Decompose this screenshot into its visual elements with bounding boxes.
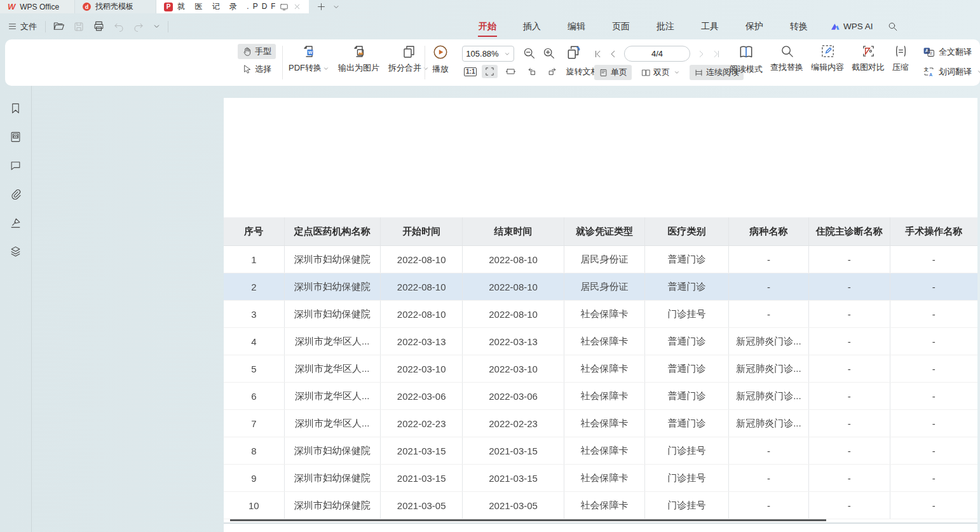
table-cell: - [890,437,977,464]
menu-tools[interactable]: 工具 [688,13,732,39]
full-translate-button[interactable]: A文 全文翻译 [923,46,972,58]
table-cell: 10 [224,492,285,519]
file-menu-button[interactable]: 文件 [5,18,39,35]
edit-content-button[interactable]: 编辑内容 [811,44,844,73]
table-cell: 深圳市龙华区人... [285,355,381,382]
double-page-label: 双页 [653,67,670,78]
attachments-icon[interactable] [8,187,23,201]
menu-bar: 文件 开始 插入 编辑 页面 批注 工具 保护 转换 [0,13,980,39]
table-cell: - [729,437,809,464]
tab-document[interactable]: P 就 医 记 录 .PDF [156,0,309,13]
menu-protect[interactable]: 保护 [732,13,777,39]
column-header: 就诊凭证类型 [564,217,645,245]
menu-wps-ai[interactable]: WPS AI [821,22,882,31]
tab-label: WPS Office [20,3,59,11]
pdf-convert-button[interactable]: W PDF转换 [289,44,329,74]
compress-button[interactable]: 压缩 [892,44,909,73]
find-replace-button[interactable]: 查找替换 [770,44,803,73]
first-page-icon[interactable] [594,50,602,58]
menu-insert[interactable]: 插入 [510,13,554,39]
table-cell: 深圳市妇幼保健院 [285,301,381,327]
page-number-input[interactable]: 4/4 [624,46,690,62]
select-tool-button[interactable]: 选择 [238,62,276,77]
side-panel-bar [0,86,32,532]
present-monitor-icon[interactable] [280,3,289,11]
new-tab-icon[interactable] [316,2,326,11]
svg-text:W: W [308,50,313,55]
menu-convert[interactable]: 转换 [777,13,821,39]
double-page-button[interactable]: 双页 [637,65,684,80]
rotate-left-button[interactable] [524,65,540,78]
table-row: 8深圳市妇幼保健院2021-03-152021-03-15社会保障卡门诊挂号--… [224,437,977,465]
thumbnails-icon[interactable] [8,130,23,144]
table-cell: 2022-08-10 [463,273,564,300]
play-icon[interactable] [432,44,449,60]
read-mode-icon[interactable] [738,44,754,60]
continuous-reading-icon [694,68,704,78]
table-cell: - [809,273,890,300]
fit-width-button[interactable] [482,65,498,78]
undo-icon[interactable] [112,20,126,34]
actual-size-button[interactable]: 1:1 [464,67,477,76]
tab-docer-templates[interactable]: d 找稻壳模板 [75,0,156,13]
split-merge-button[interactable]: 拆分合并 [388,44,429,74]
word-translate-button[interactable]: 文A 划词翻译 [923,65,980,78]
column-header: 定点医药机构名称 [285,217,381,245]
hand-tool-button[interactable]: 手型 [238,44,276,59]
chevron-down-icon [504,51,510,57]
table-cell: 普通门诊 [645,246,728,273]
comments-icon[interactable] [8,158,23,173]
bookmarks-icon[interactable] [8,101,23,116]
pdf-file-icon: P [164,3,173,11]
export-image-button[interactable]: 输出为图片 [338,44,379,74]
layers-icon[interactable] [8,244,23,259]
menu-search-icon[interactable] [882,21,903,32]
more-actions-chevron-icon[interactable] [151,21,162,32]
zoom-level-select[interactable]: 105.88% [462,46,514,62]
table-cell: 2022-08-10 [463,246,564,273]
open-file-icon[interactable] [51,19,66,34]
table-cell: 门诊挂号 [645,437,728,464]
page-boundary-line [224,522,977,524]
table-cell: 社会保障卡 [564,383,645,409]
print-icon[interactable] [92,19,106,34]
fit-page-button[interactable] [503,65,519,78]
menu-edit[interactable]: 编辑 [554,13,599,39]
table-cell: - [729,465,809,491]
table-cell: 2022-08-10 [381,301,463,327]
next-page-icon[interactable] [697,50,705,58]
tab-wps-office[interactable]: W WPS Office [0,0,75,13]
docer-icon: d [83,3,91,11]
zoom-out-icon[interactable] [522,46,536,60]
screenshot-compare-button[interactable]: 截图对比 [852,44,885,73]
close-tab-icon[interactable] [293,3,301,11]
signature-icon[interactable] [8,215,23,230]
table-cell: 门诊挂号 [645,492,728,519]
tab-list-chevron-icon[interactable] [332,3,340,11]
rotate-document-icon[interactable] [566,44,582,61]
redo-icon[interactable] [132,20,146,34]
cursor-icon [242,64,252,74]
table-cell: 2021-03-05 [463,492,564,519]
menu-annotate[interactable]: 批注 [643,13,688,39]
table-cell: - [809,492,890,519]
full-translate-label: 全文翻译 [939,46,972,58]
divider [282,46,283,79]
menu-home[interactable]: 开始 [465,13,510,39]
table-cell: 2022-03-06 [463,383,564,409]
table-cell: - [809,301,890,327]
chevron-down-icon [674,69,680,76]
table-row: 9深圳市妇幼保健院2021-03-152021-03-15社会保障卡门诊挂号--… [224,465,977,492]
save-icon[interactable] [72,20,86,34]
table-cell: - [729,301,809,327]
document-area[interactable]: 序号定点医药机构名称开始时间结束时间就诊凭证类型医疗类别病种名称住院主诊断名称手… [32,86,980,532]
rotate-right-button[interactable] [545,65,561,78]
menu-page[interactable]: 页面 [599,13,643,39]
zoom-in-icon[interactable] [542,46,555,60]
single-page-button[interactable]: 单页 [594,65,632,80]
last-page-icon[interactable] [712,50,721,58]
previous-page-icon[interactable] [609,50,618,58]
double-page-icon [641,68,651,78]
pdf-page: 序号定点医药机构名称开始时间结束时间就诊凭证类型医疗类别病种名称住院主诊断名称手… [224,98,977,532]
table-cell: 新冠肺炎门诊... [729,328,809,355]
